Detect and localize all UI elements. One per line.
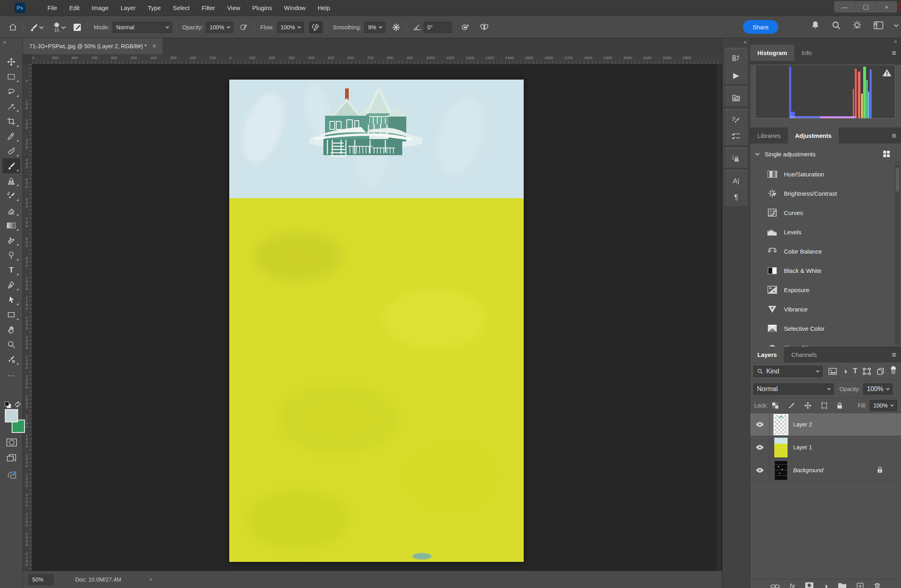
- crop-tool[interactable]: [2, 114, 20, 129]
- blend-mode-select[interactable]: Normal: [753, 383, 834, 395]
- lock-artboard-icon[interactable]: [819, 401, 830, 410]
- mixer-brush-tool[interactable]: [2, 352, 20, 367]
- adjustments-grid-view-icon[interactable]: [882, 150, 891, 160]
- new-adjustment-layer-icon[interactable]: ◑: [823, 582, 828, 588]
- tab-libraries[interactable]: Libraries: [750, 127, 788, 143]
- document-tab[interactable]: 71-JO+PSPwL.jpg @ 50% (Layer 2, RGB/8#) …: [23, 38, 163, 54]
- dock-expand-icon[interactable]: «: [744, 39, 746, 45]
- history-panel-icon[interactable]: [724, 51, 748, 67]
- smudge-tool[interactable]: [2, 233, 20, 248]
- menu-window[interactable]: Window: [278, 0, 311, 16]
- link-layers-icon[interactable]: [770, 583, 780, 588]
- layer-row-layer-2[interactable]: Layer 2: [750, 413, 901, 436]
- discover-lightbulb-icon[interactable]: [852, 20, 862, 31]
- workspace-switcher-icon[interactable]: [873, 20, 884, 31]
- brushes-panel-icon[interactable]: [724, 128, 748, 144]
- opacity-field[interactable]: 100%: [206, 22, 233, 33]
- adjustment-photo-filter[interactable]: Photo Filter: [750, 338, 901, 346]
- layer-thumbnail[interactable]: [774, 415, 788, 434]
- flow-field[interactable]: 100%: [277, 22, 304, 33]
- add-layer-mask-icon[interactable]: [805, 582, 814, 588]
- swap-colors-icon[interactable]: [14, 400, 22, 408]
- brush-tool[interactable]: [2, 158, 20, 173]
- filter-smart-objects-icon[interactable]: [876, 367, 885, 375]
- type-tool[interactable]: T: [2, 262, 20, 277]
- new-group-folder-icon[interactable]: [838, 582, 847, 588]
- canvas-vertical-scrollbar[interactable]: [717, 64, 721, 571]
- tab-channels[interactable]: Channels: [784, 346, 824, 363]
- adjustment-selective-color[interactable]: Selective Color: [750, 319, 901, 338]
- home-icon[interactable]: [6, 21, 19, 33]
- screen-mode-icon[interactable]: [6, 453, 17, 463]
- scroll-up-arrow[interactable]: ˄: [896, 162, 899, 166]
- menu-filter[interactable]: Filter: [196, 0, 221, 16]
- layer-styles-fx-icon[interactable]: fx: [790, 582, 795, 588]
- clone-stamp-tool[interactable]: [2, 173, 20, 188]
- quick-mask-mode-icon[interactable]: [6, 438, 17, 447]
- panels-collapse-icon[interactable]: »: [894, 38, 896, 44]
- visibility-eye-icon[interactable]: [750, 436, 769, 459]
- menu-view[interactable]: View: [221, 0, 246, 16]
- layer-name[interactable]: Background: [793, 467, 823, 473]
- airbrush-toggle-icon[interactable]: [309, 21, 323, 33]
- status-options-chevron[interactable]: ›: [150, 575, 152, 583]
- eraser-tool[interactable]: [2, 203, 20, 218]
- smoothing-options-gear-icon[interactable]: [390, 21, 402, 33]
- tab-histogram[interactable]: Histogram: [750, 45, 794, 61]
- menu-edit[interactable]: Edit: [63, 0, 86, 16]
- maximize-button[interactable]: ▢: [855, 1, 876, 12]
- paragraph-panel-icon[interactable]: ¶: [724, 189, 748, 205]
- canvas[interactable]: [229, 80, 524, 562]
- character-panel-icon[interactable]: A|: [724, 173, 748, 189]
- hand-tool[interactable]: [2, 322, 20, 337]
- chevron-down-icon[interactable]: [61, 24, 66, 29]
- lasso-tool[interactable]: [2, 84, 20, 99]
- zoom-tool[interactable]: [2, 337, 20, 352]
- visibility-eye-icon[interactable]: [750, 413, 769, 436]
- layer-thumbnail[interactable]: [774, 438, 788, 457]
- single-adjustments-header[interactable]: Single adjustments: [750, 143, 901, 164]
- delete-layer-trash-icon[interactable]: [874, 582, 881, 588]
- gradient-tool[interactable]: [2, 218, 20, 233]
- visibility-eye-icon[interactable]: [750, 459, 769, 481]
- adjustment-color-balance[interactable]: Color Balance: [750, 242, 901, 261]
- pen-tool[interactable]: [2, 277, 20, 292]
- menu-type[interactable]: Type: [142, 0, 167, 16]
- minimize-button[interactable]: —: [834, 1, 855, 12]
- libraries-panel-icon[interactable]: [724, 90, 748, 106]
- scrollbar-thumb[interactable]: [896, 168, 899, 192]
- close-button[interactable]: ×: [876, 1, 897, 12]
- lock-transparent-pixels-icon[interactable]: [770, 401, 780, 410]
- menu-layer[interactable]: Layer: [115, 0, 142, 16]
- foreground-color-swatch[interactable]: [5, 409, 18, 422]
- dodge-tool[interactable]: [2, 248, 20, 262]
- menu-help[interactable]: Help: [312, 0, 336, 16]
- filter-shape-layers-icon[interactable]: [863, 368, 871, 375]
- menu-file[interactable]: File: [41, 0, 63, 16]
- adjustment-vibrance[interactable]: Vibrance: [750, 299, 901, 319]
- adjustment-curves[interactable]: Curves: [750, 203, 901, 222]
- menu-image[interactable]: Image: [86, 0, 115, 16]
- menu-select[interactable]: Select: [167, 0, 196, 16]
- tab-adjustments[interactable]: Adjustments: [788, 127, 839, 143]
- edit-toolbar-ellipsis[interactable]: …: [2, 367, 20, 381]
- zoom-level-field[interactable]: 50%: [28, 574, 54, 585]
- vertical-ruler[interactable]: 0100200300400500600700800900100011001200…: [23, 64, 32, 571]
- adjustments-scrollbar[interactable]: ˄: [895, 161, 900, 345]
- actions-panel-icon[interactable]: ▶: [724, 67, 748, 83]
- panel-menu-icon[interactable]: ≡: [892, 350, 896, 359]
- tab-layers[interactable]: Layers: [750, 346, 784, 363]
- rectangle-tool[interactable]: [2, 307, 20, 322]
- move-tool[interactable]: [2, 54, 20, 69]
- toggle-brush-settings-icon[interactable]: [71, 21, 84, 33]
- panel-menu-icon[interactable]: ≡: [892, 49, 896, 57]
- notifications-bell-icon[interactable]: [810, 20, 821, 31]
- history-brush-tool[interactable]: [2, 188, 20, 203]
- pressure-opacity-icon[interactable]: [237, 21, 250, 33]
- close-tab-icon[interactable]: ×: [152, 43, 156, 50]
- clone-source-panel-icon[interactable]: [724, 151, 748, 167]
- search-icon[interactable]: [831, 20, 841, 31]
- layer-thumbnail[interactable]: [774, 461, 788, 480]
- filter-kind-select[interactable]: Kind: [753, 366, 823, 377]
- layer-filtering-toggle[interactable]: [890, 366, 897, 377]
